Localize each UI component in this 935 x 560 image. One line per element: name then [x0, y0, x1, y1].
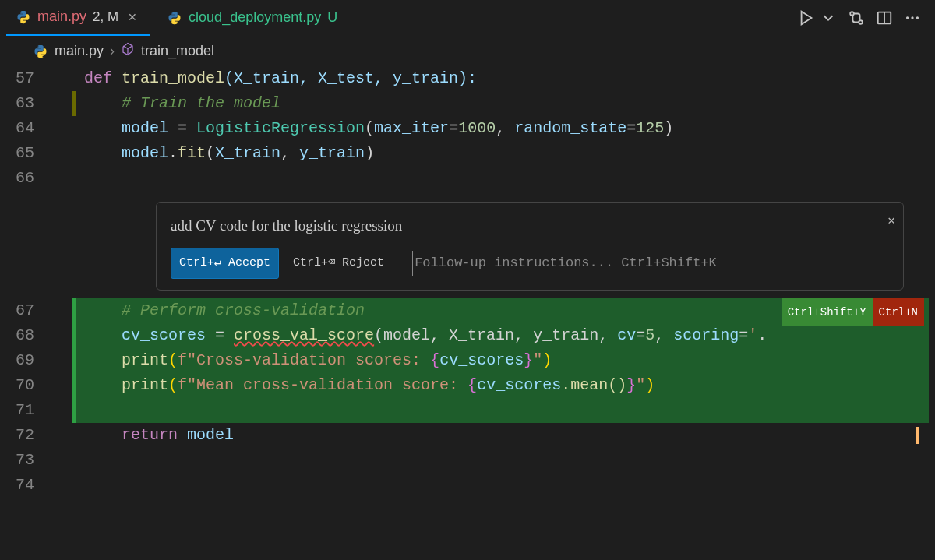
- token: 5: [645, 326, 654, 344]
- token: ): [664, 119, 673, 137]
- cursor-indicator: [916, 427, 919, 444]
- tab-status-badge: U: [327, 9, 337, 26]
- code-line[interactable]: 71: [0, 398, 935, 423]
- token: f"Mean cross-validation score:: [178, 376, 468, 394]
- token: cv_scores: [122, 326, 206, 344]
- code-line[interactable]: 68 cv_scores = cross_val_score(model, X_…: [0, 323, 935, 348]
- token: cv: [617, 326, 636, 344]
- code-line[interactable]: 66: [0, 166, 935, 191]
- line-number: 66: [0, 166, 48, 191]
- close-icon[interactable]: ✕: [125, 11, 140, 23]
- chevron-down-icon[interactable]: [820, 9, 837, 26]
- editor-actions: [798, 9, 935, 26]
- svg-point-6: [911, 16, 913, 19]
- line-number: 64: [0, 116, 48, 141]
- token: ): [645, 376, 654, 394]
- code-line[interactable]: 73: [0, 448, 935, 473]
- accept-badge[interactable]: Ctrl+Shift+Y: [782, 298, 873, 326]
- python-icon: [33, 44, 48, 59]
- line-number: 72: [0, 423, 48, 448]
- inline-suggest-panel: ✕ add CV code for the logistic regressio…: [156, 202, 904, 291]
- code-line[interactable]: 57 def train_model(X_train, X_test, y_tr…: [0, 66, 935, 91]
- token: fit: [178, 144, 206, 162]
- line-number: 73: [0, 448, 48, 473]
- token: (: [168, 376, 178, 394]
- more-icon[interactable]: [904, 9, 921, 26]
- python-icon: [16, 9, 31, 25]
- line-number: 65: [0, 141, 48, 166]
- breadcrumb[interactable]: main.py › train_model: [0, 36, 935, 66]
- token: model: [122, 144, 168, 162]
- token: (model, X_train, y_train,: [374, 326, 617, 344]
- line-number: 67: [0, 298, 48, 323]
- new-badge[interactable]: Ctrl+N: [873, 298, 924, 326]
- token: 1000: [458, 119, 496, 137]
- code-line[interactable]: 65 model.fit(X_train, y_train): [0, 141, 935, 166]
- git-compare-icon[interactable]: [848, 9, 865, 26]
- token: (: [168, 351, 178, 369]
- token: .mean(): [561, 376, 626, 394]
- svg-point-5: [906, 16, 909, 19]
- svg-point-2: [859, 20, 863, 24]
- token: y_train: [299, 144, 365, 162]
- code-editor[interactable]: 57 def train_model(X_train, X_test, y_tr…: [0, 66, 935, 498]
- line-number: 69: [0, 348, 48, 373]
- code-line[interactable]: 63 # Train the model: [0, 91, 935, 116]
- token: train_model: [122, 69, 224, 87]
- token: 125: [636, 119, 664, 137]
- python-icon: [167, 10, 182, 26]
- token: LogisticRegression: [196, 119, 365, 137]
- token: (: [365, 119, 374, 137]
- svg-marker-0: [802, 11, 812, 24]
- token: max_iter: [374, 119, 449, 137]
- tab-cloud-deployment[interactable]: cloud_deployment.py U: [157, 0, 347, 36]
- token: X_train: [215, 144, 280, 162]
- followup-input[interactable]: Follow-up instructions... Ctrl+Shift+K: [412, 251, 717, 276]
- line-number: 71: [0, 398, 48, 423]
- breadcrumb-symbol[interactable]: train_model: [141, 43, 214, 59]
- token: =: [206, 326, 234, 344]
- token: cv_scores: [439, 351, 524, 369]
- token: =: [168, 119, 196, 137]
- code-line[interactable]: 74: [0, 473, 935, 498]
- accept-button[interactable]: Ctrl+↵ Accept: [171, 248, 279, 279]
- token: f"Cross-validation scores:: [178, 351, 430, 369]
- code-line[interactable]: 70 print(f"Mean cross-validation score: …: [0, 373, 935, 398]
- suggest-badges: Ctrl+Shift+Y Ctrl+N: [782, 298, 924, 326]
- close-icon[interactable]: ✕: [887, 209, 895, 234]
- svg-point-7: [916, 16, 919, 19]
- tab-main-py[interactable]: main.py 2, M ✕: [6, 0, 150, 36]
- reject-button[interactable]: Ctrl+⌫ Reject: [293, 251, 384, 276]
- line-number: 57: [0, 66, 48, 91]
- tab-label: cloud_deployment.py: [189, 9, 321, 26]
- breadcrumb-file[interactable]: main.py: [55, 43, 104, 59]
- tab-bar: main.py 2, M ✕ cloud_deployment.py U: [0, 0, 935, 36]
- token: ": [533, 351, 542, 369]
- tab-modified-badge: 2, M: [93, 9, 118, 25]
- token: (X_train, X_test, y_train):: [224, 69, 477, 87]
- token: }: [524, 351, 533, 369]
- token: ": [636, 376, 645, 394]
- split-editor-icon[interactable]: [876, 9, 893, 26]
- code-line[interactable]: 69 print(f"Cross-validation scores: {cv_…: [0, 348, 935, 373]
- token: }: [626, 376, 636, 394]
- tab-label: main.py: [37, 9, 86, 25]
- code-line[interactable]: 64 model = LogisticRegression(max_iter=1…: [0, 116, 935, 141]
- token: ': [748, 326, 757, 344]
- breadcrumb-sep: ›: [110, 43, 115, 59]
- line-number: 63: [0, 91, 48, 116]
- line-number: 68: [0, 323, 48, 348]
- token: print: [122, 351, 168, 369]
- token: scoring: [673, 326, 739, 344]
- code-line[interactable]: Ctrl+Shift+Y Ctrl+N 67 # Perform cross-v…: [0, 298, 935, 323]
- suggest-prompt: add CV code for the logistic regression: [171, 213, 889, 238]
- line-number: 74: [0, 473, 48, 498]
- run-icon[interactable]: [798, 9, 815, 26]
- line-number: 70: [0, 373, 48, 398]
- token: # Train the model: [122, 94, 280, 112]
- token: {: [468, 376, 477, 394]
- token: ): [542, 351, 552, 369]
- code-line[interactable]: 72 return model: [0, 423, 935, 448]
- token: # Perform cross-validation: [122, 301, 365, 319]
- token: def: [84, 69, 112, 87]
